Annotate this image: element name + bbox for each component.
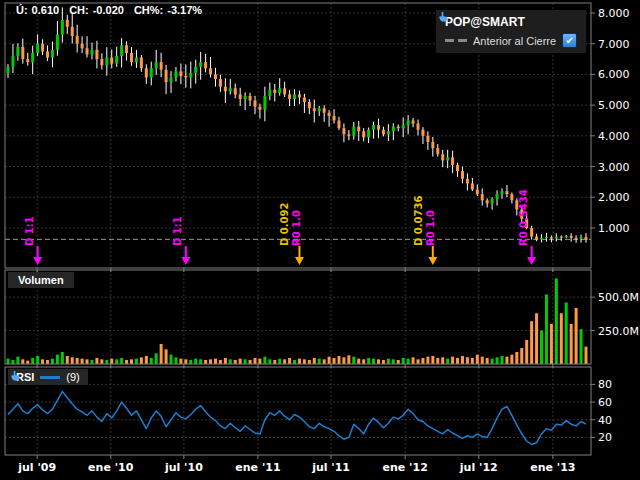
volume-bar — [150, 358, 153, 364]
volume-bar — [466, 357, 469, 364]
date-axis-label: jul '12 — [459, 461, 498, 474]
candle-body — [352, 127, 355, 136]
chart-canvas[interactable]: 8.0007.0006.0005.0004.0003.0002.0001.000… — [0, 0, 640, 480]
candle-body — [150, 68, 153, 77]
volume-bar — [189, 360, 192, 364]
event-marker-arrow[interactable] — [33, 246, 42, 265]
volume-bar — [283, 359, 286, 364]
candle-body — [431, 142, 434, 148]
volume-bar — [209, 359, 212, 364]
volume-bar — [555, 278, 558, 364]
volume-bar — [342, 357, 345, 364]
candle-body — [155, 62, 158, 68]
candle-body — [66, 20, 69, 27]
event-marker-arrow[interactable] — [428, 246, 437, 265]
change-label: CH: — [69, 4, 89, 16]
candle-body — [288, 94, 291, 99]
date-axis-label: ene '11 — [235, 461, 280, 474]
price-axis-label: 6.000 — [598, 68, 630, 81]
volume-bar — [530, 321, 533, 364]
candle-body — [219, 79, 222, 87]
volume-bar — [268, 359, 271, 364]
panel-border — [5, 270, 591, 364]
volume-axis-label: 500.0M — [598, 291, 639, 304]
candle-body — [342, 128, 345, 134]
volume-bar — [90, 360, 93, 364]
volume-bar — [100, 359, 103, 364]
candle-body — [565, 236, 568, 237]
candle-body — [466, 179, 469, 184]
candle-body — [584, 237, 587, 240]
volume-bar — [204, 360, 207, 364]
volume-bar — [486, 358, 489, 364]
candle-body — [110, 58, 113, 64]
volume-bar — [179, 359, 182, 364]
volume-bar — [31, 358, 34, 364]
volume-bar — [140, 357, 143, 364]
date-axis-label: ene '12 — [383, 461, 428, 474]
candle-body — [7, 67, 10, 73]
candle-body — [367, 130, 370, 138]
candle-body — [125, 45, 128, 53]
candle-body — [258, 107, 261, 110]
candle-body — [244, 96, 247, 99]
rsi-drag-hand-icon[interactable] — [8, 369, 21, 382]
volume-bar — [550, 324, 553, 364]
candle-body — [501, 191, 504, 194]
rsi-line-sample — [40, 376, 60, 379]
candle-body — [293, 94, 296, 99]
rsi-period: (9) — [66, 371, 79, 383]
volume-bar — [160, 344, 163, 364]
volume-bar — [16, 357, 19, 364]
overlay-checkbox[interactable]: ✔ — [562, 33, 577, 48]
volume-bar — [431, 356, 434, 364]
candle-body — [120, 45, 123, 56]
event-marker-label: R0 0.5434 — [518, 189, 529, 246]
candle-body — [165, 70, 168, 82]
candle-body — [239, 94, 242, 99]
candle-body — [308, 102, 311, 108]
series-title: POP@SMART — [445, 15, 525, 29]
volume-bar — [278, 359, 281, 364]
candle-body — [189, 73, 192, 78]
volume-bar — [76, 358, 79, 364]
candle-body — [476, 190, 479, 195]
candle-body — [46, 51, 49, 57]
volume-bar — [367, 358, 370, 364]
date-axis-label: jul '09 — [17, 461, 56, 474]
volume-bar — [135, 359, 138, 364]
candle-body — [115, 56, 118, 64]
candle-body — [441, 154, 444, 160]
candle-body — [184, 76, 187, 78]
volume-bar — [165, 349, 168, 364]
volume-bar — [382, 360, 385, 364]
prev-close-line-sample — [445, 39, 467, 42]
change-pct-label: CH%: — [134, 4, 163, 16]
candle-body — [372, 125, 375, 130]
drag-hand-icon[interactable] — [436, 10, 449, 23]
volume-bar — [46, 360, 49, 364]
candle-body — [278, 88, 281, 93]
volume-bar — [244, 359, 247, 364]
event-marker-arrow[interactable] — [295, 246, 304, 265]
price-axis-label: 8.000 — [598, 7, 630, 20]
candle-body — [481, 194, 484, 200]
candle-body — [16, 47, 19, 56]
event-marker-label: R0 1.0 — [425, 210, 436, 246]
volume-bar — [86, 359, 89, 364]
overlay-toggle-label[interactable]: Anterior al Cierre — [473, 35, 556, 47]
candle-body — [387, 131, 390, 134]
event-marker-label: D 1:1 — [24, 216, 35, 246]
volume-bar — [545, 295, 548, 364]
candle-body — [397, 127, 400, 129]
candle-body — [86, 48, 89, 54]
volume-bar — [214, 359, 217, 364]
candle-body — [214, 74, 217, 79]
event-marker-arrow[interactable] — [527, 246, 536, 265]
event-marker-arrow[interactable] — [181, 246, 190, 265]
price-axis-label: 7.000 — [598, 38, 630, 51]
price-axis-label: 5.000 — [598, 99, 630, 112]
volume-bar — [446, 359, 449, 364]
volume-bar — [505, 357, 508, 364]
candle-body — [209, 68, 212, 74]
